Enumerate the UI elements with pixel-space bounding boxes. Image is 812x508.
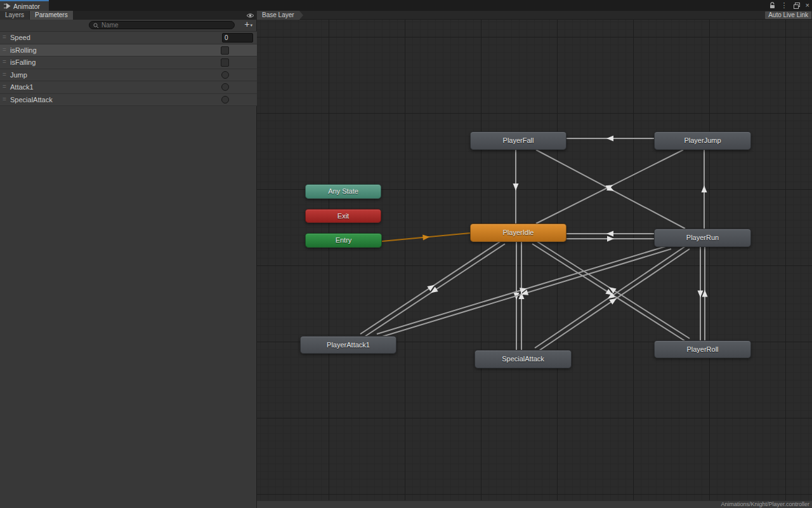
state-node-entry[interactable]: Entry xyxy=(305,233,382,248)
transition[interactable] xyxy=(382,233,470,241)
checkbox[interactable] xyxy=(221,58,229,67)
close-icon[interactable]: × xyxy=(806,2,809,9)
parameter-row[interactable]: =SpecialAttack xyxy=(0,94,257,107)
state-node-player-fall[interactable]: PlayerFall xyxy=(470,131,566,150)
transition-arrow-icon xyxy=(702,185,707,192)
controller-path: Animations/Knight/Player.controller xyxy=(721,501,809,507)
state-node-label: PlayerFall xyxy=(503,137,534,144)
search-input[interactable]: Name xyxy=(89,21,235,29)
add-icon: + xyxy=(244,20,249,29)
parameter-name: isRolling xyxy=(10,44,37,57)
parameter-name: Attack1 xyxy=(10,81,34,93)
transition[interactable] xyxy=(566,136,654,142)
state-node-label: Any State xyxy=(328,187,358,195)
parameter-row[interactable]: =Speed0 xyxy=(0,32,257,44)
drag-handle-icon[interactable]: = xyxy=(3,83,6,90)
transition[interactable] xyxy=(536,150,685,229)
transition[interactable] xyxy=(360,240,502,334)
drag-handle-icon[interactable]: = xyxy=(3,46,6,53)
state-node-label: SpecialAttack xyxy=(502,355,544,363)
parameter-name: Speed xyxy=(10,32,30,44)
status-bar: Animations/Knight/Player.controller xyxy=(257,500,812,508)
state-node-special-attack[interactable]: SpecialAttack xyxy=(475,350,572,368)
transition[interactable] xyxy=(532,244,687,342)
state-node-player-roll[interactable]: PlayerRoll xyxy=(654,340,751,358)
transition[interactable] xyxy=(702,247,708,340)
parameter-name: Jump xyxy=(10,69,27,81)
parameter-row[interactable]: =isFalling xyxy=(0,57,257,69)
parameter-row[interactable]: =Attack1 xyxy=(0,81,257,94)
state-node-player-jump[interactable]: PlayerJump xyxy=(654,131,751,150)
transition[interactable] xyxy=(513,150,519,224)
canvas-toolbar: Base Layer Auto Live Link xyxy=(257,11,812,20)
transition[interactable] xyxy=(363,244,505,338)
transition[interactable] xyxy=(519,242,525,350)
breadcrumb-chevron-icon xyxy=(299,11,303,20)
transition[interactable] xyxy=(537,249,690,352)
state-node-label: PlayerAttack1 xyxy=(327,341,370,349)
parameter-list: =Speed0=isRolling=isFalling=Jump=Attack1… xyxy=(0,31,257,106)
transition-arrow-icon xyxy=(607,236,614,242)
state-node-label: PlayerRoll xyxy=(686,345,718,353)
trigger-radio[interactable] xyxy=(221,71,229,79)
drag-handle-icon[interactable]: = xyxy=(3,71,6,78)
state-node-label: Exit xyxy=(337,212,349,220)
toolbar-row: Layers Parameters Base Layer Auto Live L… xyxy=(0,11,812,20)
auto-live-link-button[interactable]: Auto Live Link xyxy=(765,11,811,19)
transition-arrow-icon xyxy=(606,136,613,142)
parameters-panel: Name + ▾ =Speed0=isRolling=isFalling=Jum… xyxy=(0,20,257,508)
transition-arrow-icon xyxy=(513,184,519,190)
checkbox[interactable] xyxy=(221,46,229,55)
state-node-label: PlayerJump xyxy=(684,137,721,144)
state-node-label: Entry xyxy=(336,236,352,244)
float-field[interactable]: 0 xyxy=(222,33,253,43)
drag-handle-icon[interactable]: = xyxy=(3,96,6,103)
state-node-player-idle[interactable]: PlayerIdle xyxy=(470,224,566,242)
transition[interactable] xyxy=(566,231,654,237)
transition[interactable] xyxy=(702,150,707,229)
drag-handle-icon[interactable]: = xyxy=(3,58,6,65)
window-controls: ⋮ × xyxy=(769,0,809,11)
transition-arrow-icon xyxy=(609,298,617,305)
window-tab-bar: Animator ⋮ × xyxy=(0,0,812,11)
parameter-row[interactable]: =Jump xyxy=(0,69,257,82)
state-node-any-state[interactable]: Any State xyxy=(305,184,381,199)
parameter-row[interactable]: =isRolling xyxy=(0,44,257,57)
animator-tab[interactable]: Animator xyxy=(0,0,49,11)
transition[interactable] xyxy=(566,236,654,242)
state-node-player-run[interactable]: PlayerRun xyxy=(654,229,751,247)
add-parameter-button[interactable]: + ▾ xyxy=(244,20,252,29)
tab-layers[interactable]: Layers xyxy=(0,11,29,20)
tab-parameters[interactable]: Parameters xyxy=(30,11,73,20)
parameter-name: SpecialAttack xyxy=(10,94,53,106)
trigger-radio[interactable] xyxy=(221,83,229,91)
state-node-label: PlayerRun xyxy=(686,234,719,241)
trigger-radio[interactable] xyxy=(221,96,229,104)
panel-toolbar: Layers Parameters xyxy=(0,11,257,20)
state-node-exit[interactable]: Exit xyxy=(305,209,381,223)
animator-tab-label: Animator xyxy=(13,3,40,10)
transition[interactable] xyxy=(377,245,670,334)
transition[interactable] xyxy=(535,240,690,338)
state-node-label: PlayerIdle xyxy=(503,229,534,236)
state-node-player-attack1[interactable]: PlayerAttack1 xyxy=(300,336,396,354)
search-icon xyxy=(93,20,99,31)
transition-arrow-icon xyxy=(606,231,613,237)
transition[interactable] xyxy=(698,247,704,340)
lock-icon[interactable] xyxy=(769,0,775,11)
transition-layer xyxy=(257,20,812,500)
graph-canvas[interactable]: Any StateExitEntryPlayerFallPlayerJumpPl… xyxy=(257,20,812,508)
parameter-name: isFalling xyxy=(10,57,36,69)
search-row: Name + ▾ xyxy=(0,20,256,30)
chevron-down-icon: ▾ xyxy=(250,22,252,28)
drag-handle-icon[interactable]: = xyxy=(3,34,6,41)
menu-icon[interactable]: ⋮ xyxy=(781,2,788,9)
breadcrumb[interactable]: Base Layer xyxy=(257,11,299,20)
eye-icon[interactable] xyxy=(246,11,257,20)
search-placeholder: Name xyxy=(102,22,119,29)
restore-icon[interactable] xyxy=(794,0,800,11)
animator-icon xyxy=(4,3,11,10)
